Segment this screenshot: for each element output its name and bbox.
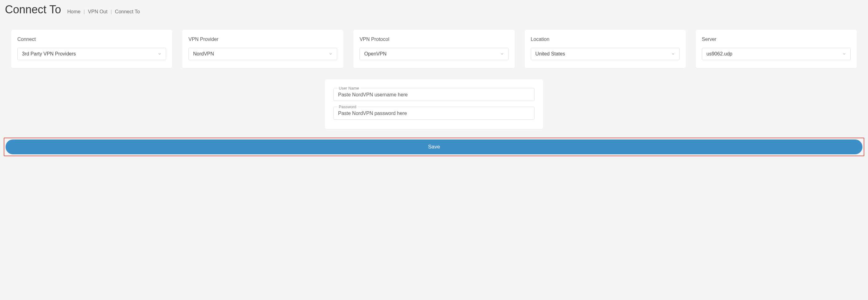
password-field-group: Password xyxy=(334,107,534,119)
breadcrumb-sep: | xyxy=(111,9,112,15)
breadcrumb-home[interactable]: Home xyxy=(67,9,81,15)
card-connect: Connect 3rd Party VPN Providers xyxy=(11,30,172,68)
card-server-label: Server xyxy=(702,36,851,42)
breadcrumb-sep: | xyxy=(84,9,85,15)
select-location[interactable]: United States xyxy=(531,48,680,60)
breadcrumb-connect-to: Connect To xyxy=(115,9,140,15)
chevron-down-icon xyxy=(500,52,504,56)
credentials-card: User Name Password xyxy=(325,79,543,129)
select-location-value: United States xyxy=(535,51,565,57)
username-input[interactable] xyxy=(334,88,534,101)
settings-cards-row: Connect 3rd Party VPN Providers VPN Prov… xyxy=(0,30,868,68)
card-vpn-protocol: VPN Protocol OpenVPN xyxy=(353,30,515,68)
select-vpn-protocol-value: OpenVPN xyxy=(364,51,386,57)
chevron-down-icon xyxy=(671,52,675,56)
card-vpn-provider: VPN Provider NordVPN xyxy=(182,30,343,68)
card-server: Server us9062.udp xyxy=(696,30,857,68)
select-vpn-protocol[interactable]: OpenVPN xyxy=(360,48,508,60)
chevron-down-icon xyxy=(329,52,333,56)
chevron-down-icon xyxy=(842,52,846,56)
chevron-down-icon xyxy=(158,52,161,56)
select-connect[interactable]: 3rd Party VPN Providers xyxy=(17,48,166,60)
select-vpn-provider-value: NordVPN xyxy=(193,51,214,57)
username-field-group: User Name xyxy=(334,88,534,101)
password-label: Password xyxy=(338,104,358,109)
save-highlight-box: Save xyxy=(4,138,864,156)
username-label: User Name xyxy=(338,86,361,90)
select-server-value: us9062.udp xyxy=(707,51,733,57)
page-title: Connect To xyxy=(5,3,61,16)
card-location: Location United States xyxy=(525,30,686,68)
save-button[interactable]: Save xyxy=(6,139,862,154)
select-server[interactable]: us9062.udp xyxy=(702,48,851,60)
card-vpn-protocol-label: VPN Protocol xyxy=(360,36,508,42)
password-input[interactable] xyxy=(334,107,534,119)
page-header: Connect To Home | VPN Out | Connect To xyxy=(0,0,868,24)
select-connect-value: 3rd Party VPN Providers xyxy=(22,51,76,57)
breadcrumb-vpn-out[interactable]: VPN Out xyxy=(88,9,107,15)
card-location-label: Location xyxy=(531,36,680,42)
card-connect-label: Connect xyxy=(17,36,166,42)
select-vpn-provider[interactable]: NordVPN xyxy=(188,48,337,60)
card-vpn-provider-label: VPN Provider xyxy=(188,36,337,42)
breadcrumb: Home | VPN Out | Connect To xyxy=(67,9,140,15)
